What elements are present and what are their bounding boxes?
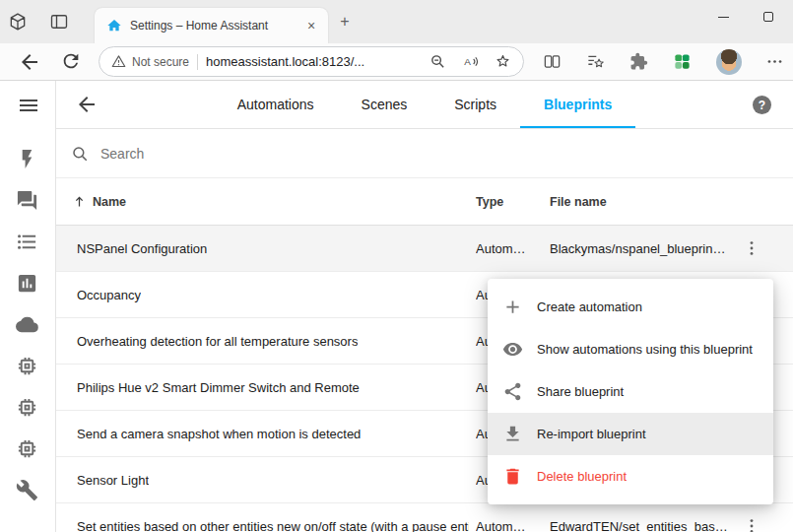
favorites-icon[interactable]: [586, 52, 606, 72]
sidebar-tools-wrench-icon[interactable]: [16, 479, 38, 501]
trash-icon: [502, 466, 523, 487]
ha-sidebar: [0, 81, 56, 532]
table-header: Name Type File name: [56, 178, 793, 226]
row-overflow-menu-icon[interactable]: [742, 516, 761, 532]
tab-title: Settings – Home Assistant: [130, 19, 302, 33]
sidebar-addon-chip-icon[interactable]: [16, 396, 38, 419]
share-icon: [502, 381, 523, 402]
maximize-button[interactable]: [746, 0, 791, 33]
row-context-menu: Create automation Show automations using…: [488, 279, 773, 504]
menu-item-show-automations[interactable]: Show automations using this blueprint: [488, 328, 773, 370]
refresh-icon[interactable]: [60, 50, 84, 74]
search-input[interactable]: [100, 146, 416, 162]
tab-scenes[interactable]: Scenes: [338, 81, 431, 128]
tab-automations[interactable]: Automations: [214, 81, 338, 128]
table-row[interactable]: NSPanel Configuration Autom… Blackymas/n…: [56, 226, 793, 272]
security-label[interactable]: Not secure: [132, 55, 189, 69]
sidebar-addon-chip-icon[interactable]: [16, 355, 38, 377]
browser-tab[interactable]: Settings – Home Assistant ×: [95, 8, 328, 43]
sidebar-addon-chip-icon[interactable]: [16, 437, 38, 460]
sidebar-forum-icon[interactable]: [16, 189, 38, 212]
address-separator: [197, 54, 198, 70]
sort-ascending-icon: [72, 194, 87, 209]
blueprint-section-tabs: Automations Scenes Scripts Blueprints: [56, 81, 793, 128]
search-icon: [71, 145, 89, 163]
eye-icon: [502, 339, 523, 360]
hamburger-menu-icon[interactable]: [17, 94, 40, 117]
minimize-button[interactable]: [700, 0, 746, 33]
not-secure-warning-icon: [111, 54, 126, 69]
ha-app-header: Automations Scenes Scripts Blueprints ?: [56, 81, 793, 129]
pinned-extension-icon[interactable]: [673, 52, 693, 72]
read-aloud-icon[interactable]: A: [462, 53, 479, 70]
sidebar-cloud-icon[interactable]: [16, 313, 38, 336]
profile-avatar[interactable]: [716, 49, 742, 75]
plus-icon: [502, 297, 523, 317]
column-header-name[interactable]: Name: [72, 178, 126, 225]
favorite-star-icon[interactable]: [495, 53, 511, 70]
settings-more-icon[interactable]: [765, 52, 785, 72]
new-tab-button[interactable]: +: [336, 13, 354, 31]
browser-back-icon[interactable]: [18, 50, 41, 74]
address-bar[interactable]: Not secure homeassistant.local:8123/... …: [99, 46, 524, 77]
split-screen-icon[interactable]: [543, 52, 562, 72]
extensions-icon[interactable]: [629, 52, 649, 72]
browser-window: Settings – Home Assistant × + Not secure…: [0, 0, 793, 532]
download-icon: [502, 424, 523, 444]
column-header-type[interactable]: Type: [476, 178, 503, 225]
menu-item-reimport-blueprint[interactable]: Re-import blueprint: [488, 413, 773, 455]
row-overflow-menu-icon[interactable]: [742, 238, 761, 258]
table-row[interactable]: Set entities based on other entities new…: [56, 503, 793, 532]
home-assistant-favicon: [106, 18, 122, 33]
workspaces-icon[interactable]: [8, 12, 28, 32]
menu-item-delete-blueprint[interactable]: Delete blueprint: [488, 455, 773, 498]
menu-item-share-blueprint[interactable]: Share blueprint: [488, 370, 773, 413]
tab-blueprints[interactable]: Blueprints: [520, 81, 635, 128]
column-header-file[interactable]: File name: [550, 178, 607, 225]
browser-titlebar: Settings – Home Assistant × +: [0, 0, 793, 43]
sidebar-logbook-icon[interactable]: [16, 231, 38, 253]
zoom-out-icon[interactable]: [430, 53, 446, 70]
vertical-tabs-icon[interactable]: [49, 12, 69, 32]
help-icon[interactable]: ?: [753, 96, 771, 114]
url-text: homeassistant.local:8123/...: [206, 54, 364, 69]
tab-scripts[interactable]: Scripts: [430, 81, 520, 128]
tab-close-icon[interactable]: ×: [302, 17, 320, 34]
sidebar-energy-icon[interactable]: [16, 148, 38, 170]
sidebar-history-icon[interactable]: [16, 272, 38, 295]
svg-text:A: A: [464, 56, 471, 67]
browser-toolbar: Not secure homeassistant.local:8123/... …: [0, 43, 793, 81]
search-row: [56, 129, 793, 178]
menu-item-create-automation[interactable]: Create automation: [488, 286, 773, 328]
